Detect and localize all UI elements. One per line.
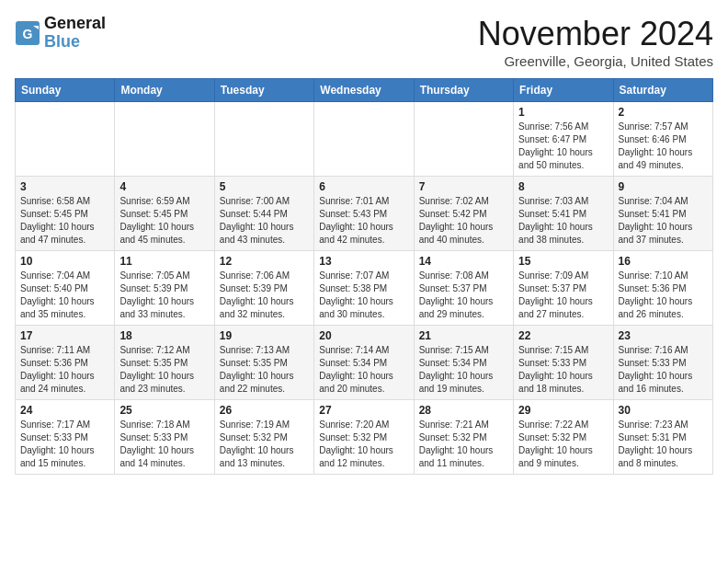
page-header: G General Blue November 2024 Greenville,…	[15, 15, 713, 69]
day-number: 12	[220, 255, 309, 268]
day-number: 26	[220, 404, 309, 417]
day-detail: Sunrise: 7:12 AM Sunset: 5:35 PM Dayligh…	[119, 345, 194, 394]
day-number: 4	[119, 180, 209, 193]
calendar-cell: 20Sunrise: 7:14 AM Sunset: 5:34 PM Dayli…	[314, 326, 414, 400]
logo-line2: Blue	[44, 33, 106, 52]
weekday-header-tuesday: Tuesday	[214, 79, 313, 102]
day-detail: Sunrise: 7:15 AM Sunset: 5:34 PM Dayligh…	[419, 345, 494, 394]
calendar-week-row: 3Sunrise: 6:58 AM Sunset: 5:45 PM Daylig…	[16, 177, 713, 251]
day-detail: Sunrise: 7:01 AM Sunset: 5:43 PM Dayligh…	[319, 196, 393, 245]
day-detail: Sunrise: 7:02 AM Sunset: 5:42 PM Dayligh…	[419, 196, 494, 245]
day-number: 29	[518, 404, 608, 417]
day-number: 14	[419, 255, 508, 268]
calendar-cell: 9Sunrise: 7:04 AM Sunset: 5:41 PM Daylig…	[613, 177, 712, 251]
calendar-cell	[115, 102, 214, 177]
day-detail: Sunrise: 7:21 AM Sunset: 5:32 PM Dayligh…	[419, 419, 494, 468]
calendar-cell: 10Sunrise: 7:04 AM Sunset: 5:40 PM Dayli…	[16, 251, 115, 326]
calendar-cell: 2Sunrise: 7:57 AM Sunset: 6:46 PM Daylig…	[613, 102, 712, 177]
day-number: 30	[619, 404, 708, 417]
calendar-cell: 22Sunrise: 7:15 AM Sunset: 5:33 PM Dayli…	[514, 326, 613, 400]
calendar-cell: 14Sunrise: 7:08 AM Sunset: 5:37 PM Dayli…	[414, 251, 513, 326]
calendar-cell: 21Sunrise: 7:15 AM Sunset: 5:34 PM Dayli…	[414, 326, 513, 400]
calendar-week-row: 1Sunrise: 7:56 AM Sunset: 6:47 PM Daylig…	[16, 102, 713, 177]
logo: G General Blue	[15, 15, 106, 52]
day-detail: Sunrise: 7:06 AM Sunset: 5:39 PM Dayligh…	[220, 270, 294, 319]
calendar-cell: 18Sunrise: 7:12 AM Sunset: 5:35 PM Dayli…	[115, 326, 214, 400]
day-number: 9	[619, 180, 708, 193]
weekday-header-friday: Friday	[514, 79, 613, 102]
day-detail: Sunrise: 7:17 AM Sunset: 5:33 PM Dayligh…	[20, 419, 95, 468]
day-detail: Sunrise: 7:09 AM Sunset: 5:37 PM Dayligh…	[518, 270, 593, 319]
calendar-cell: 30Sunrise: 7:23 AM Sunset: 5:31 PM Dayli…	[613, 400, 712, 475]
day-number: 16	[619, 255, 708, 268]
weekday-header-sunday: Sunday	[16, 79, 115, 102]
calendar-cell: 15Sunrise: 7:09 AM Sunset: 5:37 PM Dayli…	[514, 251, 613, 326]
weekday-header-wednesday: Wednesday	[314, 79, 414, 102]
day-number: 20	[319, 329, 408, 342]
day-number: 25	[119, 404, 209, 417]
calendar-cell: 23Sunrise: 7:16 AM Sunset: 5:33 PM Dayli…	[613, 326, 712, 400]
calendar-cell: 6Sunrise: 7:01 AM Sunset: 5:43 PM Daylig…	[314, 177, 414, 251]
day-detail: Sunrise: 7:57 AM Sunset: 6:46 PM Dayligh…	[619, 121, 693, 170]
calendar-cell: 25Sunrise: 7:18 AM Sunset: 5:33 PM Dayli…	[115, 400, 214, 475]
calendar-cell	[214, 102, 313, 177]
day-detail: Sunrise: 6:58 AM Sunset: 5:45 PM Dayligh…	[20, 196, 95, 245]
calendar-cell	[16, 102, 115, 177]
day-detail: Sunrise: 6:59 AM Sunset: 5:45 PM Dayligh…	[119, 196, 194, 245]
weekday-header-thursday: Thursday	[414, 79, 513, 102]
day-detail: Sunrise: 7:07 AM Sunset: 5:38 PM Dayligh…	[319, 270, 393, 319]
calendar-cell	[314, 102, 414, 177]
day-number: 27	[319, 404, 408, 417]
day-number: 28	[419, 404, 508, 417]
calendar-cell: 28Sunrise: 7:21 AM Sunset: 5:32 PM Dayli…	[414, 400, 513, 475]
calendar-cell: 12Sunrise: 7:06 AM Sunset: 5:39 PM Dayli…	[214, 251, 313, 326]
day-detail: Sunrise: 7:00 AM Sunset: 5:44 PM Dayligh…	[220, 196, 294, 245]
day-detail: Sunrise: 7:22 AM Sunset: 5:32 PM Dayligh…	[518, 419, 593, 468]
day-number: 17	[20, 329, 109, 342]
calendar-cell: 7Sunrise: 7:02 AM Sunset: 5:42 PM Daylig…	[414, 177, 513, 251]
day-detail: Sunrise: 7:15 AM Sunset: 5:33 PM Dayligh…	[518, 345, 593, 394]
day-detail: Sunrise: 7:08 AM Sunset: 5:37 PM Dayligh…	[419, 270, 494, 319]
day-number: 3	[20, 180, 109, 193]
calendar-body: 1Sunrise: 7:56 AM Sunset: 6:47 PM Daylig…	[16, 102, 713, 475]
day-detail: Sunrise: 7:56 AM Sunset: 6:47 PM Dayligh…	[518, 121, 593, 170]
calendar-cell: 19Sunrise: 7:13 AM Sunset: 5:35 PM Dayli…	[214, 326, 313, 400]
calendar-cell: 27Sunrise: 7:20 AM Sunset: 5:32 PM Dayli…	[314, 400, 414, 475]
calendar-cell: 26Sunrise: 7:19 AM Sunset: 5:32 PM Dayli…	[214, 400, 313, 475]
calendar-cell: 13Sunrise: 7:07 AM Sunset: 5:38 PM Dayli…	[314, 251, 414, 326]
logo-line1: General	[44, 15, 106, 33]
location: Greenville, Georgia, United States	[478, 53, 713, 69]
svg-text:G: G	[23, 27, 33, 41]
calendar-cell: 4Sunrise: 6:59 AM Sunset: 5:45 PM Daylig…	[115, 177, 214, 251]
logo-icon: G	[15, 20, 40, 46]
calendar: SundayMondayTuesdayWednesdayThursdayFrid…	[15, 78, 713, 475]
day-number: 11	[119, 255, 209, 268]
calendar-cell: 8Sunrise: 7:03 AM Sunset: 5:41 PM Daylig…	[514, 177, 613, 251]
calendar-cell: 1Sunrise: 7:56 AM Sunset: 6:47 PM Daylig…	[514, 102, 613, 177]
day-detail: Sunrise: 7:16 AM Sunset: 5:33 PM Dayligh…	[619, 345, 693, 394]
day-number: 19	[220, 329, 309, 342]
day-number: 18	[119, 329, 209, 342]
day-number: 2	[619, 106, 708, 119]
day-number: 13	[319, 255, 408, 268]
calendar-week-row: 17Sunrise: 7:11 AM Sunset: 5:36 PM Dayli…	[16, 326, 713, 400]
day-number: 5	[220, 180, 309, 193]
calendar-week-row: 10Sunrise: 7:04 AM Sunset: 5:40 PM Dayli…	[16, 251, 713, 326]
day-detail: Sunrise: 7:03 AM Sunset: 5:41 PM Dayligh…	[518, 196, 593, 245]
day-detail: Sunrise: 7:23 AM Sunset: 5:31 PM Dayligh…	[619, 419, 693, 468]
day-detail: Sunrise: 7:13 AM Sunset: 5:35 PM Dayligh…	[220, 345, 294, 394]
month-title: November 2024	[478, 15, 713, 53]
day-number: 8	[518, 180, 608, 193]
day-number: 24	[20, 404, 109, 417]
day-detail: Sunrise: 7:04 AM Sunset: 5:41 PM Dayligh…	[619, 196, 693, 245]
weekday-header-saturday: Saturday	[613, 79, 712, 102]
weekday-header-monday: Monday	[115, 79, 214, 102]
calendar-cell: 29Sunrise: 7:22 AM Sunset: 5:32 PM Dayli…	[514, 400, 613, 475]
title-area: November 2024 Greenville, Georgia, Unite…	[478, 15, 713, 69]
calendar-cell: 11Sunrise: 7:05 AM Sunset: 5:39 PM Dayli…	[115, 251, 214, 326]
calendar-cell: 17Sunrise: 7:11 AM Sunset: 5:36 PM Dayli…	[16, 326, 115, 400]
calendar-week-row: 24Sunrise: 7:17 AM Sunset: 5:33 PM Dayli…	[16, 400, 713, 475]
day-number: 10	[20, 255, 109, 268]
calendar-cell: 24Sunrise: 7:17 AM Sunset: 5:33 PM Dayli…	[16, 400, 115, 475]
day-detail: Sunrise: 7:19 AM Sunset: 5:32 PM Dayligh…	[220, 419, 294, 468]
